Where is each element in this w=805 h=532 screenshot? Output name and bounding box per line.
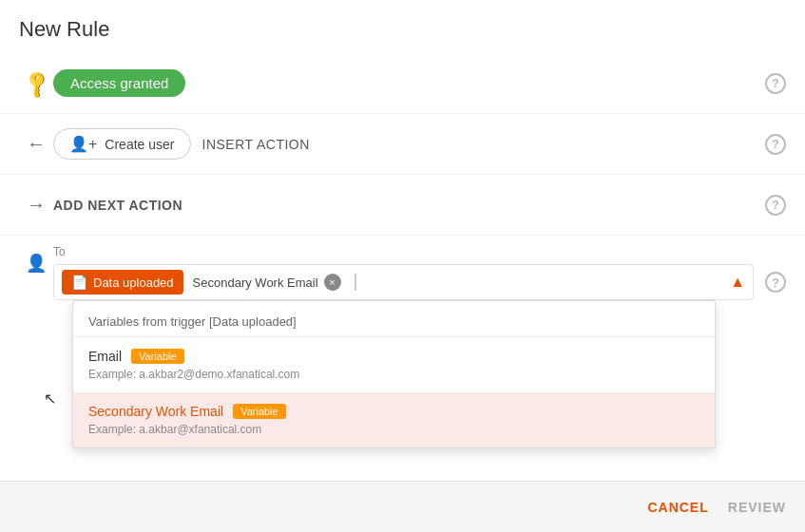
secondary-work-email-tag: Secondary Work Email × — [183, 269, 351, 295]
secondary-email-variable-badge: Variable — [233, 404, 286, 419]
create-user-row: ← 👤+ Create user INSERT ACTION ? — [0, 114, 805, 175]
secondary-email-item-example: Example: a.akbar@xfanatical.com — [88, 423, 700, 436]
email-item-row: Email Variable — [88, 349, 700, 364]
data-uploaded-label: Data uploaded — [93, 276, 174, 290]
tag-close-icon[interactable]: × — [324, 274, 341, 291]
page-title: New Rule — [0, 0, 805, 53]
to-label: To — [53, 245, 754, 258]
add-next-action-content: ADD NEXT ACTION — [53, 198, 765, 213]
review-button[interactable]: REVIEW — [728, 500, 786, 515]
add-next-action-label: ADD NEXT ACTION — [53, 198, 182, 213]
insert-action-label: INSERT ACTION — [202, 137, 310, 152]
to-section-wrapper: 👤 To 📄 Data uploaded Secondary Work Emai… — [0, 236, 805, 300]
text-cursor — [355, 274, 356, 291]
data-uploaded-tag: 📄 Data uploaded — [62, 270, 183, 294]
dropdown-header: Variables from trigger [Data uploaded] — [73, 301, 715, 337]
access-granted-row: 🔑 Access granted ? — [0, 53, 805, 114]
secondary-email-dropdown-item[interactable]: Secondary Work Email Variable Example: a… — [73, 392, 715, 447]
add-next-action-row: → ADD NEXT ACTION ? — [0, 175, 805, 236]
key-icon: 🔑 — [19, 72, 53, 95]
arrow-right-icon: → — [19, 194, 53, 216]
email-variable-badge: Variable — [131, 349, 184, 364]
add-person-icon: 👤+ — [69, 135, 97, 153]
create-user-content: 👤+ Create user INSERT ACTION — [53, 128, 765, 160]
email-item-example: Example: a.akbar2@demo.xfanatical.com — [88, 368, 700, 381]
mouse-cursor: ↖ — [44, 390, 56, 408]
access-granted-badge: Access granted — [53, 69, 185, 97]
to-section: To 📄 Data uploaded Secondary Work Email … — [53, 245, 754, 300]
to-input-field[interactable]: 📄 Data uploaded Secondary Work Email × ▲ — [53, 264, 754, 300]
secondary-email-item-row: Secondary Work Email Variable — [88, 404, 700, 419]
arrow-left-icon: ← — [19, 133, 53, 155]
email-item-name: Email — [88, 349, 122, 364]
file-icon: 📄 — [71, 275, 87, 290]
help-icon-row3[interactable]: ? — [765, 195, 786, 216]
bottom-bar: CANCEL REVIEW — [0, 481, 805, 532]
main-content: New Rule 🔑 Access granted ? ← 👤+ Create … — [0, 0, 805, 532]
person-icon: 👤 — [19, 245, 53, 274]
email-dropdown-item[interactable]: Email Variable Example: a.akbar2@demo.xf… — [73, 337, 715, 392]
access-granted-content: Access granted — [53, 69, 765, 97]
help-icon-to[interactable]: ? — [765, 272, 786, 293]
help-icon-row2[interactable]: ? — [765, 134, 786, 155]
chevron-up-icon[interactable]: ▲ — [730, 274, 745, 291]
create-user-label: Create user — [105, 137, 174, 152]
create-user-button[interactable]: 👤+ Create user — [53, 128, 191, 160]
secondary-work-email-label: Secondary Work Email — [193, 276, 318, 290]
cancel-button[interactable]: CANCEL — [647, 500, 708, 515]
dropdown-panel: Variables from trigger [Data uploaded] E… — [72, 300, 716, 448]
help-icon-row1[interactable]: ? — [765, 73, 786, 94]
secondary-email-item-name: Secondary Work Email — [88, 404, 223, 419]
